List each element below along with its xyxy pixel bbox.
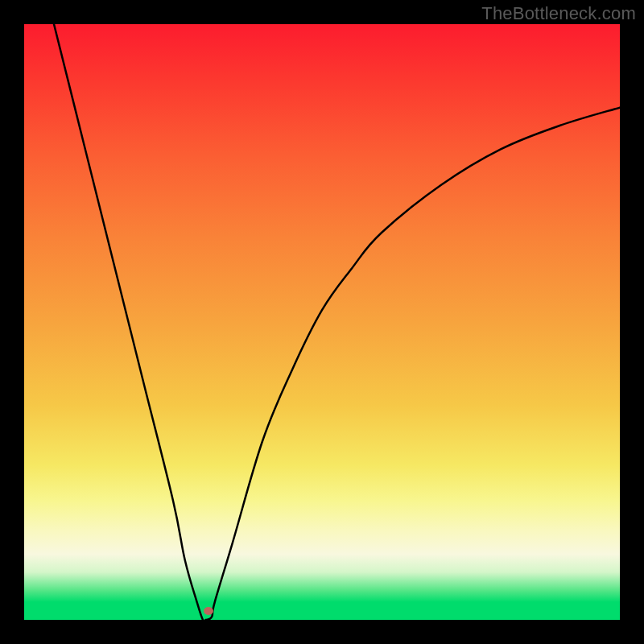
bottleneck-curve: [24, 24, 620, 620]
watermark-text: TheBottleneck.com: [481, 3, 636, 24]
trough-marker: [204, 607, 213, 615]
curve-path: [54, 24, 620, 620]
chart-frame: TheBottleneck.com: [0, 0, 644, 644]
